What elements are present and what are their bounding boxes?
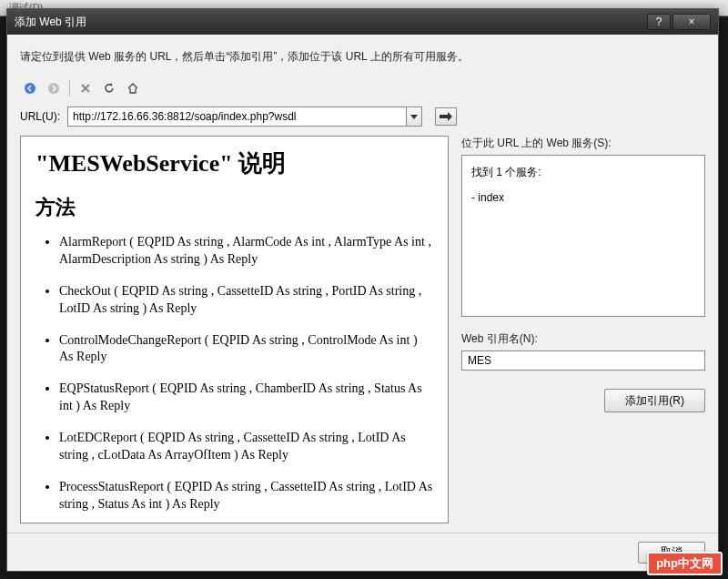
svg-point-1 (48, 83, 59, 94)
method-item: ProcessStatusReport ( EQPID As string , … (59, 479, 433, 513)
refname-label: Web 引用名(N): (461, 331, 705, 347)
add-reference-button[interactable]: 添加引用(R) (604, 389, 705, 412)
method-item: EQPStatusReport ( EQPID As string , Cham… (59, 381, 433, 415)
url-row: URL(U): (7, 101, 718, 136)
url-combobox[interactable] (67, 107, 422, 127)
main-area: "MESWebService" 说明 方法 AlarmReport ( EQPI… (7, 136, 718, 533)
service-list-item[interactable]: - index (471, 188, 695, 208)
nav-toolbar (7, 76, 718, 101)
toolbar-separator (69, 80, 70, 96)
dialog-title: 添加 Web 引用 (15, 15, 645, 30)
right-panel: 位于此 URL 上的 Web 服务(S): 找到 1 个服务: - index … (461, 136, 705, 523)
svg-rect-2 (440, 115, 448, 118)
services-listbox[interactable]: 找到 1 个服务: - index (461, 155, 705, 317)
method-item: LotEDCReport ( EQPID As string , Cassett… (59, 430, 433, 464)
dialog-footer: 取消 (7, 533, 718, 571)
forward-icon[interactable] (44, 78, 64, 98)
titlebar: 添加 Web 引用 ? × (7, 9, 718, 35)
stop-icon[interactable] (76, 78, 96, 98)
close-button[interactable]: × (672, 14, 711, 30)
methods-list: AlarmReport ( EQPID As string , AlarmCod… (35, 234, 433, 513)
chevron-down-icon[interactable] (406, 107, 422, 127)
add-web-reference-dialog: 添加 Web 引用 ? × 请定位到提供 Web 服务的 URL，然后单击“添加… (6, 8, 719, 572)
svg-point-0 (25, 83, 35, 94)
home-icon[interactable] (123, 78, 143, 98)
method-item: CheckOut ( EQPID As string , CassetteID … (59, 283, 433, 318)
refresh-icon[interactable] (99, 78, 119, 98)
go-button[interactable] (435, 107, 457, 126)
watermark-badge: php中文网 (647, 552, 723, 575)
instruction-text: 请定位到提供 Web 服务的 URL，然后单击“添加引用”，添加位于该 URL … (7, 35, 718, 76)
service-heading: "MESWebService" 说明 (35, 147, 433, 179)
methods-heading: 方法 (35, 194, 433, 221)
services-found-text: 找到 1 个服务: (471, 163, 695, 183)
url-input[interactable] (67, 107, 406, 127)
method-item: ControlModeChangeReport ( EQPID As strin… (59, 332, 433, 367)
back-icon[interactable] (20, 78, 40, 98)
url-label: URL(U): (20, 110, 60, 123)
services-label: 位于此 URL 上的 Web 服务(S): (461, 136, 705, 151)
reference-name-input[interactable] (461, 350, 705, 371)
help-button[interactable]: ? (647, 14, 671, 30)
service-description-pane[interactable]: "MESWebService" 说明 方法 AlarmReport ( EQPI… (20, 136, 449, 523)
method-item: AlarmReport ( EQPID As string , AlarmCod… (59, 234, 433, 269)
